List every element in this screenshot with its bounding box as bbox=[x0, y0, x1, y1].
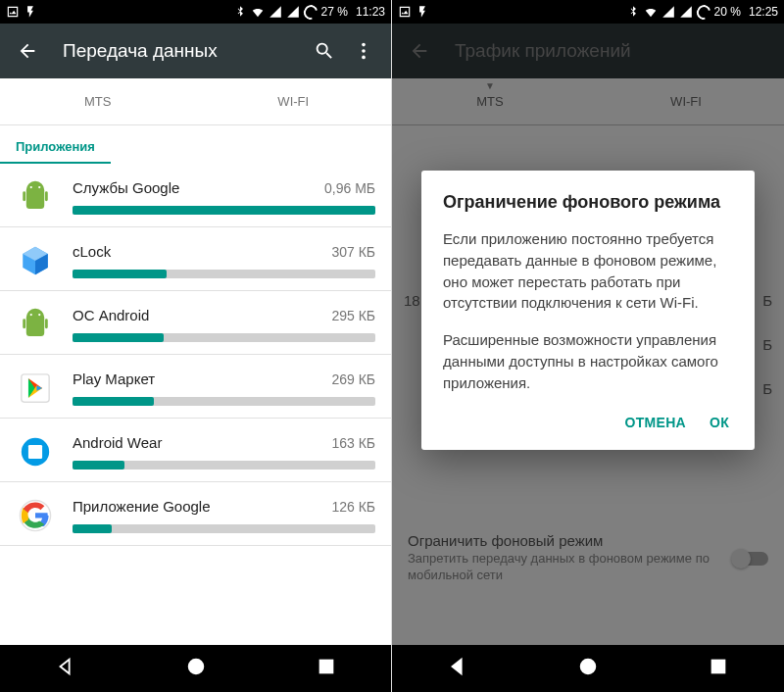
nav-home[interactable] bbox=[577, 656, 599, 681]
svg-point-0 bbox=[362, 43, 366, 47]
svg-point-15 bbox=[188, 660, 203, 674]
loading-icon bbox=[697, 5, 710, 19]
app-value: 163 КБ bbox=[331, 435, 375, 451]
signal-icon-2 bbox=[679, 5, 693, 19]
usage-bar bbox=[73, 397, 375, 406]
app-row[interactable]: cLock 307 КБ bbox=[0, 227, 391, 291]
svg-rect-6 bbox=[45, 191, 48, 201]
right-screen: 20 % 12:25 Трафик приложений ▼MTS WI-FI … bbox=[392, 0, 784, 692]
dialog-p1: Если приложению постоянно требуется пере… bbox=[443, 228, 733, 314]
section-header: Приложения bbox=[0, 125, 111, 164]
bluetooth-icon bbox=[233, 5, 247, 19]
battery-text: 20 % bbox=[714, 5, 741, 19]
app-name: Службы Google bbox=[73, 179, 179, 196]
status-bar: 27 % 11:23 bbox=[0, 0, 391, 24]
svg-rect-18 bbox=[712, 661, 725, 673]
usage-bar bbox=[73, 206, 375, 215]
flash-icon bbox=[416, 5, 429, 19]
svg-rect-16 bbox=[319, 661, 332, 673]
back-button[interactable] bbox=[8, 31, 47, 71]
dialog-title: Ограничение фонового режима bbox=[443, 192, 733, 213]
cancel-button[interactable]: ОТМЕНА bbox=[624, 415, 685, 430]
wifi-icon bbox=[644, 5, 658, 19]
svg-point-4 bbox=[38, 186, 40, 188]
tabs: MTS WI-FI bbox=[0, 78, 391, 125]
clock-text: 12:25 bbox=[749, 5, 778, 19]
dialog: Ограничение фонового режима Если приложе… bbox=[421, 171, 755, 450]
nav-recent[interactable] bbox=[708, 656, 729, 681]
app-icon bbox=[16, 369, 55, 408]
dialog-body: Если приложению постоянно требуется пере… bbox=[443, 228, 733, 393]
app-value: 126 КБ bbox=[331, 499, 375, 515]
signal-icon bbox=[662, 5, 675, 19]
app-row[interactable]: Приложение Google 126 КБ bbox=[0, 482, 391, 546]
app-name: Android Wear bbox=[73, 434, 162, 451]
signal-icon bbox=[269, 5, 282, 19]
svg-rect-5 bbox=[23, 191, 25, 201]
app-name: Play Маркет bbox=[73, 371, 155, 387]
app-icon bbox=[16, 305, 55, 344]
loading-icon bbox=[304, 5, 318, 19]
nav-bar bbox=[392, 645, 784, 692]
app-row[interactable]: Службы Google 0,96 МБ bbox=[0, 164, 391, 227]
app-name: ОС Android bbox=[73, 307, 149, 323]
usage-bar bbox=[73, 333, 375, 342]
nav-home[interactable] bbox=[185, 656, 207, 681]
search-button[interactable] bbox=[305, 31, 344, 71]
app-icon bbox=[16, 496, 55, 535]
app-icon bbox=[16, 177, 55, 217]
flash-icon bbox=[24, 5, 37, 19]
app-icon bbox=[16, 432, 55, 471]
svg-point-8 bbox=[38, 314, 40, 316]
usage-bar bbox=[73, 270, 375, 278]
left-screen: 27 % 11:23 Передача данных MTS WI-FI При… bbox=[0, 0, 392, 692]
tab-mts[interactable]: MTS bbox=[0, 78, 196, 124]
wifi-icon bbox=[251, 5, 265, 19]
page-title: Передача данных bbox=[63, 40, 305, 62]
svg-rect-13 bbox=[28, 445, 42, 459]
ok-button[interactable]: ОК bbox=[710, 415, 729, 430]
nav-bar bbox=[0, 645, 391, 692]
svg-point-1 bbox=[362, 49, 366, 53]
app-value: 307 КБ bbox=[331, 244, 375, 260]
usage-bar bbox=[73, 461, 375, 470]
image-icon bbox=[6, 5, 20, 19]
svg-rect-9 bbox=[23, 319, 25, 328]
usage-bar bbox=[73, 524, 375, 533]
image-icon bbox=[398, 5, 412, 19]
svg-point-3 bbox=[30, 186, 32, 188]
app-icon bbox=[16, 241, 55, 280]
svg-point-17 bbox=[581, 660, 596, 674]
battery-text: 27 % bbox=[321, 5, 348, 19]
app-list: Службы Google 0,96 МБ cLock 307 КБ ОС An… bbox=[0, 164, 391, 645]
svg-point-2 bbox=[362, 56, 366, 60]
app-row[interactable]: Android Wear 163 КБ bbox=[0, 419, 391, 482]
app-value: 295 КБ bbox=[331, 308, 375, 323]
toolbar: Передача данных bbox=[0, 24, 391, 78]
bluetooth-icon bbox=[626, 5, 640, 19]
nav-back[interactable] bbox=[447, 656, 468, 681]
app-row[interactable]: ОС Android 295 КБ bbox=[0, 291, 391, 355]
nav-back[interactable] bbox=[55, 656, 76, 681]
svg-point-7 bbox=[30, 314, 32, 316]
app-value: 0,96 МБ bbox=[324, 180, 375, 196]
more-button[interactable] bbox=[344, 31, 383, 71]
status-bar: 20 % 12:25 bbox=[392, 0, 784, 24]
app-name: Приложение Google bbox=[73, 498, 211, 515]
signal-icon-2 bbox=[286, 5, 300, 19]
svg-rect-10 bbox=[45, 319, 48, 328]
app-name: cLock bbox=[73, 243, 111, 260]
tab-wifi[interactable]: WI-FI bbox=[196, 78, 392, 124]
dialog-p2: Расширенные возможности управления данны… bbox=[443, 329, 733, 393]
app-value: 269 КБ bbox=[331, 371, 375, 387]
clock-text: 11:23 bbox=[356, 5, 385, 19]
nav-recent[interactable] bbox=[316, 656, 337, 681]
app-row[interactable]: Play Маркет 269 КБ bbox=[0, 355, 391, 419]
